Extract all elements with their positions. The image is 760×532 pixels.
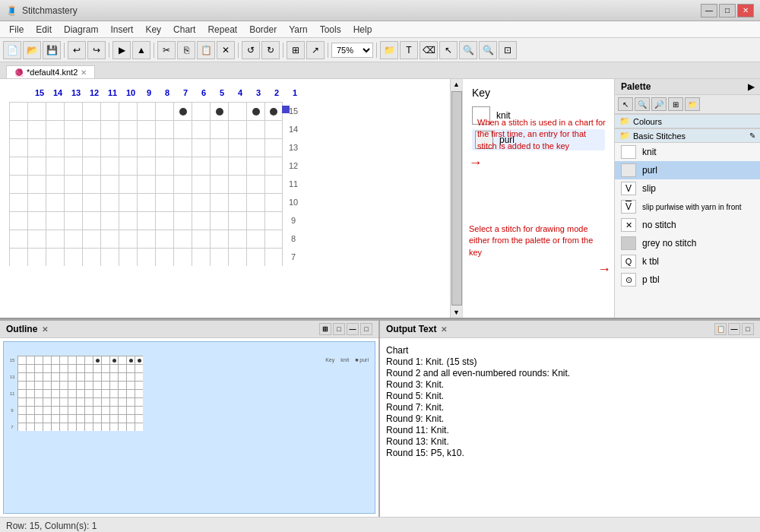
tab-close-icon[interactable]: ✕ xyxy=(81,68,87,77)
cell-7-11[interactable] xyxy=(82,248,100,266)
cell-8-4[interactable] xyxy=(210,230,228,248)
palette-scroll-area[interactable]: 📁 Colours 📁 Basic Stitches ✎ knit purl V xyxy=(615,114,760,318)
scroll-thumb[interactable] xyxy=(451,91,462,306)
cell-13-10[interactable] xyxy=(100,138,119,157)
outline-minimize-btn[interactable]: — xyxy=(347,323,359,335)
cell-14-6[interactable] xyxy=(173,120,192,138)
output-panel-icon-1[interactable]: 📋 xyxy=(714,323,727,335)
cell-15-10[interactable] xyxy=(100,102,119,120)
cell-7-14[interactable] xyxy=(27,248,46,266)
cell-8-11[interactable] xyxy=(82,230,100,248)
cell-7-8[interactable] xyxy=(137,248,155,266)
cell-13-15[interactable] xyxy=(9,138,27,157)
cell-13-9[interactable] xyxy=(119,138,137,157)
cell-9-6[interactable] xyxy=(173,211,192,230)
cell-9-12[interactable] xyxy=(64,211,82,230)
cell-14-13[interactable] xyxy=(46,120,64,138)
fit-button[interactable]: ⊡ xyxy=(499,41,517,59)
minimize-button[interactable]: — xyxy=(701,4,717,17)
cell-12-9[interactable] xyxy=(119,157,137,175)
cell-14-12[interactable] xyxy=(64,120,82,138)
cell-14-14[interactable] xyxy=(27,120,46,138)
play-button[interactable]: ▶ xyxy=(112,41,131,59)
cell-7-1[interactable] xyxy=(264,248,283,266)
cell-9-10[interactable] xyxy=(100,211,119,230)
cell-7-5[interactable] xyxy=(192,248,210,266)
chart-vscrollbar[interactable]: ▲ ▼ xyxy=(450,79,462,318)
cell-12-3[interactable] xyxy=(228,157,246,175)
stitch-k-tbl[interactable]: Q k tbl xyxy=(615,252,760,271)
cell-10-4[interactable] xyxy=(210,193,228,211)
cell-12-11[interactable] xyxy=(82,157,100,175)
cell-7-2[interactable] xyxy=(246,248,264,266)
cell-9-14[interactable] xyxy=(27,211,46,230)
cell-13-12[interactable] xyxy=(64,138,82,157)
menu-border[interactable]: Border xyxy=(243,23,283,36)
paste-button[interactable]: 📋 xyxy=(197,41,215,59)
cell-11-8[interactable] xyxy=(137,175,155,193)
cell-13-5[interactable] xyxy=(192,138,210,157)
cell-8-15[interactable] xyxy=(9,230,27,248)
format-button[interactable]: ⌫ xyxy=(420,41,438,59)
cell-11-15[interactable] xyxy=(9,175,27,193)
redo2-button[interactable]: ↻ xyxy=(261,41,280,59)
cell-10-14[interactable] xyxy=(27,193,46,211)
cell-15-1[interactable] xyxy=(264,102,283,120)
cell-12-15[interactable] xyxy=(9,157,27,175)
cell-8-2[interactable] xyxy=(246,230,264,248)
stitch-grey-no-stitch[interactable]: grey no stitch xyxy=(615,234,760,252)
cell-8-3[interactable] xyxy=(228,230,246,248)
cell-7-13[interactable] xyxy=(46,248,64,266)
menu-file[interactable]: File xyxy=(3,23,30,36)
outline-maximize-btn[interactable]: □ xyxy=(360,323,372,335)
chart-scroll-area[interactable]: 15 14 13 12 11 10 9 8 7 6 5 4 3 2 1 xyxy=(0,79,450,318)
cell-12-1[interactable] xyxy=(264,157,283,175)
menu-insert[interactable]: Insert xyxy=(104,23,139,36)
cell-11-3[interactable] xyxy=(228,175,246,193)
cell-7-9[interactable] xyxy=(119,248,137,266)
menu-yarn[interactable]: Yarn xyxy=(283,23,313,36)
cell-9-5[interactable] xyxy=(192,211,210,230)
cell-13-4[interactable] xyxy=(210,138,228,157)
palette-zoom-out-btn[interactable]: 🔎 xyxy=(651,97,667,111)
scroll-down-btn[interactable]: ▼ xyxy=(451,307,461,318)
cell-13-2[interactable] xyxy=(246,138,264,157)
cell-11-6[interactable] xyxy=(173,175,192,193)
cell-15-13[interactable] xyxy=(46,102,64,120)
outline-close-icon[interactable]: ✕ xyxy=(42,325,48,334)
cell-8-9[interactable] xyxy=(119,230,137,248)
cell-15-9[interactable] xyxy=(119,102,137,120)
undo2-button[interactable]: ↺ xyxy=(242,41,260,59)
palette-arrow-btn[interactable]: ↖ xyxy=(618,97,633,111)
cell-11-7[interactable] xyxy=(155,175,173,193)
cell-12-7[interactable] xyxy=(155,157,173,175)
outline-panel-icon-2[interactable]: □ xyxy=(333,323,345,335)
scroll-up-btn[interactable]: ▲ xyxy=(451,79,461,90)
menu-chart[interactable]: Chart xyxy=(167,23,201,36)
cell-14-10[interactable] xyxy=(100,120,119,138)
cell-15-14[interactable] xyxy=(27,102,46,120)
output-maximize-btn[interactable]: □ xyxy=(742,323,754,335)
cell-9-4[interactable] xyxy=(210,211,228,230)
cell-14-3[interactable] xyxy=(228,120,246,138)
output-minimize-btn[interactable]: — xyxy=(728,323,740,335)
cell-13-6[interactable] xyxy=(173,138,192,157)
cell-10-13[interactable] xyxy=(46,193,64,211)
cell-7-6[interactable] xyxy=(173,248,192,266)
cell-12-6[interactable] xyxy=(173,157,192,175)
cell-15-2[interactable] xyxy=(246,102,264,120)
cell-10-6[interactable] xyxy=(173,193,192,211)
cell-9-15[interactable] xyxy=(9,211,27,230)
palette-folder-btn[interactable]: 📁 xyxy=(685,97,700,111)
cell-9-13[interactable] xyxy=(46,211,64,230)
cell-13-3[interactable] xyxy=(228,138,246,157)
menu-edit[interactable]: Edit xyxy=(30,23,58,36)
cell-10-7[interactable] xyxy=(155,193,173,211)
cell-15-4[interactable] xyxy=(210,102,228,120)
cell-9-3[interactable] xyxy=(228,211,246,230)
open2-button[interactable]: 📁 xyxy=(380,41,398,59)
cell-10-12[interactable] xyxy=(64,193,82,211)
cell-7-7[interactable] xyxy=(155,248,173,266)
edit-stitches-btn[interactable]: ✎ xyxy=(749,131,755,140)
cell-7-12[interactable] xyxy=(64,248,82,266)
